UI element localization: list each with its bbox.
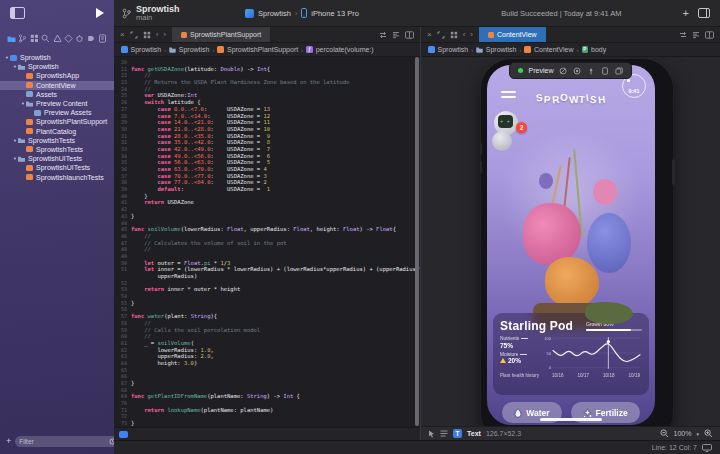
code-line[interactable]: 25 var USDAZone:Int: [114, 92, 420, 99]
filter-input[interactable]: [19, 438, 107, 445]
selection-list-icon[interactable]: [440, 430, 448, 437]
source-control-icon[interactable]: [18, 34, 27, 43]
library-button[interactable]: +: [683, 8, 689, 19]
device-monitor-icon[interactable]: [702, 444, 712, 452]
code-line[interactable]: 47 // Calculates the volume of soil in t…: [114, 240, 420, 247]
disclosure-triangle-icon[interactable]: ▾: [20, 101, 26, 106]
code-line[interactable]: 65: [114, 367, 420, 374]
code-line[interactable]: 55}: [114, 300, 420, 307]
breadcrumb-item[interactable]: Sprowtish: [438, 46, 469, 53]
find-icon[interactable]: [41, 34, 50, 43]
code-line[interactable]: 23 // Returns the USDA Plant Hardiness Z…: [114, 79, 420, 86]
code-line[interactable]: 43}: [114, 213, 420, 220]
close-editor-icon[interactable]: ×: [120, 31, 125, 39]
code-review-icon[interactable]: [379, 31, 387, 39]
code-line[interactable]: 38 case 77.0..<84.0: USDAZone = 2: [114, 179, 420, 186]
tree-item[interactable]: ▾SprowtishTests: [0, 136, 114, 145]
code-line[interactable]: 26 switch latitude {: [114, 99, 420, 106]
tests-icon[interactable]: [64, 34, 73, 43]
tree-item[interactable]: SprowtishPlantSupport: [0, 117, 114, 126]
code-line[interactable]: 58 //: [114, 320, 420, 327]
disclosure-triangle-icon[interactable]: ▾: [12, 138, 18, 143]
code-line[interactable]: 34 case 49.0..<56.0: USDAZone = 6: [114, 153, 420, 160]
code-line[interactable]: 57func water(plant: String){: [114, 313, 420, 320]
close-editor-icon[interactable]: ×: [427, 31, 432, 39]
minimap-icon[interactable]: [392, 31, 400, 39]
code-line[interactable]: 73}: [114, 420, 420, 427]
code-line[interactable]: 46 //: [114, 233, 420, 240]
robot-avatar[interactable]: + + 2: [492, 111, 528, 153]
code-line[interactable]: 29 case 14.0..<21.0: USDAZone = 11: [114, 119, 420, 126]
scheme-selector[interactable]: Sprowtish › iPhone 13 Pro: [245, 0, 359, 26]
related-items-icon[interactable]: [143, 31, 151, 39]
code-line[interactable]: 41 return USDAZone: [114, 199, 420, 206]
code-line[interactable]: 44: [114, 220, 420, 227]
code-line[interactable]: 69func getPlantIDFromName(plantName: Str…: [114, 393, 420, 400]
tree-item[interactable]: Assets: [0, 90, 114, 99]
activity-status[interactable]: Build Succeeded | Today at 9:41 AM: [501, 9, 621, 18]
toggle-inspector-icon[interactable]: [698, 8, 710, 18]
code-line[interactable]: 66: [114, 373, 420, 380]
jump-bar[interactable]: Sprowtish›Sprowtish›ContentView›Pbody: [421, 43, 720, 57]
zoom-in-icon[interactable]: [704, 429, 713, 438]
project-navigator-icon[interactable]: [7, 34, 16, 43]
breadcrumb-item[interactable]: body: [591, 46, 606, 53]
code-line[interactable]: 59 // Calls the soil percolation model: [114, 327, 420, 334]
breadcrumb-item[interactable]: Sprowtish: [131, 46, 162, 53]
code-line[interactable]: 31 case 28.0..<35.0: USDAZone = 9: [114, 133, 420, 140]
code-line[interactable]: 30 case 21.0..<28.0: USDAZone = 10: [114, 126, 420, 133]
related-items-icon[interactable]: [450, 31, 458, 39]
zoom-level[interactable]: 100%: [674, 430, 692, 437]
code-line[interactable]: 49: [114, 253, 420, 260]
code-line[interactable]: 56: [114, 306, 420, 313]
editor-scrollbar[interactable]: [415, 57, 419, 426]
breakpoints-toggle-icon[interactable]: [119, 431, 128, 438]
code-review-icon[interactable]: [679, 31, 687, 39]
symbols-icon[interactable]: [30, 34, 39, 43]
focus-editor-icon[interactable]: [130, 31, 138, 39]
code-line[interactable]: 35 case 56.0..<63.0: USDAZone = 5: [114, 159, 420, 166]
tree-item[interactable]: ▾Preview Content: [0, 99, 114, 108]
split-editor-icon[interactable]: [405, 31, 414, 39]
tree-item[interactable]: PlantCatalog: [0, 127, 114, 136]
tab-contentview[interactable]: ContentView: [479, 27, 546, 42]
source-code[interactable]: 2021func getUSDAZone(latitude: Double) -…: [114, 57, 420, 427]
split-editor-icon[interactable]: [705, 31, 714, 39]
code-line[interactable]: 40 }: [114, 193, 420, 200]
zoom-out-icon[interactable]: [660, 429, 669, 438]
pin-preview-icon[interactable]: [587, 67, 595, 75]
device-settings-icon[interactable]: [601, 67, 609, 75]
tree-item[interactable]: SprowtishTests: [0, 145, 114, 154]
code-line[interactable]: 48 //: [114, 246, 420, 253]
code-line[interactable]: 61 _ = soilVolume(: [114, 340, 420, 347]
breadcrumb-item[interactable]: Sprowtish: [486, 46, 517, 53]
filter-field[interactable]: [15, 436, 129, 447]
code-line[interactable]: 22 //: [114, 72, 420, 79]
breakpoints-icon[interactable]: [87, 34, 96, 43]
code-line[interactable]: 72: [114, 413, 420, 420]
code-line[interactable]: 53 return inner * outer * height: [114, 286, 420, 293]
code-line[interactable]: 64 height: 3.0): [114, 360, 420, 367]
preview-mode-label[interactable]: Preview: [529, 67, 554, 74]
code-line[interactable]: 36 case 63.0..<70.0: USDAZone = 4: [114, 166, 420, 173]
variants-icon[interactable]: [559, 67, 567, 75]
code-line[interactable]: 50 let outer = Float.pi * 1/3: [114, 260, 420, 267]
tree-item[interactable]: ▾SprowtishUITests: [0, 154, 114, 163]
code-line[interactable]: 70: [114, 400, 420, 407]
tree-item[interactable]: SprowtishlaunchTests: [0, 172, 114, 181]
breadcrumb-item[interactable]: SprowtishPlantSupport: [227, 46, 298, 53]
back-icon[interactable]: ‹: [463, 31, 466, 39]
code-line[interactable]: 39 default: USDAZone = 1: [114, 186, 420, 193]
back-icon[interactable]: ‹: [156, 31, 159, 39]
code-line[interactable]: 42: [114, 206, 420, 213]
code-line[interactable]: 28 case 7.0..<14.0: USDAZone = 12: [114, 113, 420, 120]
code-line[interactable]: 32 case 35.0..<42.0: USDAZone = 8: [114, 139, 420, 146]
tree-item[interactable]: ContentView: [0, 81, 114, 90]
tree-item[interactable]: SprowtishApp: [0, 71, 114, 80]
code-line[interactable]: 68: [114, 387, 420, 394]
run-button[interactable]: [96, 8, 104, 18]
add-item-button[interactable]: +: [6, 437, 11, 446]
code-line[interactable]: 45func soilVolume(lowerRadius: Float, up…: [114, 226, 420, 233]
code-line[interactable]: 37 case 70.0..<77.0: USDAZone = 3: [114, 173, 420, 180]
issues-icon[interactable]: [53, 34, 62, 43]
